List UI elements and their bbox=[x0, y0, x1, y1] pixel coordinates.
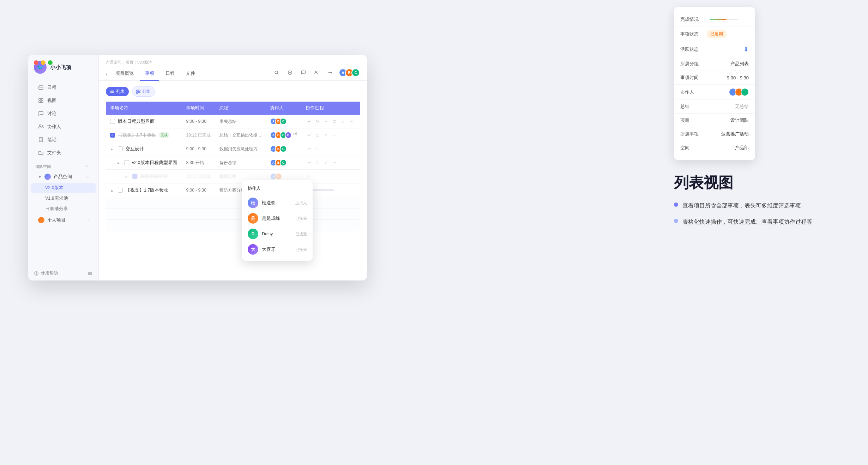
back-button[interactable]: ‹ bbox=[106, 71, 108, 77]
action-icon[interactable]: □ bbox=[314, 159, 321, 166]
row-actions: ↩ □ ☆ ⋯ bbox=[306, 132, 356, 139]
task-checkbox[interactable] bbox=[124, 160, 129, 165]
action-icon[interactable]: ⋯ bbox=[331, 159, 338, 166]
close-button[interactable] bbox=[34, 60, 38, 65]
action-icon[interactable]: ↩ bbox=[306, 159, 313, 166]
minimize-button[interactable] bbox=[41, 60, 46, 65]
action-icon[interactable]: ✓ bbox=[323, 159, 330, 166]
collab-popup-item: 是 是是成峰 已接受 bbox=[242, 211, 313, 226]
detail-label: 所属分组 bbox=[680, 61, 707, 67]
sidebar-item-collaborators[interactable]: 协作人 bbox=[31, 120, 96, 133]
expand-arrow[interactable]: ▲ bbox=[110, 147, 114, 151]
svg-point-8 bbox=[40, 125, 41, 127]
completion-fill bbox=[710, 19, 727, 20]
sidebar-item-label: 笔记 bbox=[47, 137, 56, 143]
table-row bbox=[106, 220, 360, 231]
completion-bar bbox=[710, 19, 738, 20]
action-icon[interactable]: ⋯ bbox=[348, 118, 355, 125]
collab-role: 已接受 bbox=[295, 216, 307, 221]
sidebar-item-discussion[interactable]: 讨论 bbox=[31, 107, 96, 120]
tab-schedule[interactable]: 日程 bbox=[161, 68, 180, 81]
svg-rect-29 bbox=[137, 90, 138, 91]
action-icon[interactable]: ⟳ bbox=[314, 118, 321, 125]
action-icon[interactable]: ↩ bbox=[306, 118, 313, 125]
sidebar-item-notes[interactable]: 笔记 bbox=[31, 133, 96, 146]
task-checkbox[interactable] bbox=[118, 188, 123, 193]
avatar bbox=[741, 88, 749, 96]
svg-line-18 bbox=[277, 73, 278, 74]
detail-row-group: 所属分组 产品列表 bbox=[674, 57, 755, 71]
task-time: 19:12 已完成 bbox=[186, 133, 210, 138]
sidebar-nav: 日程 视图 讨论 协作人 笔记 文件夹 bbox=[28, 78, 98, 266]
sidebar-item-view[interactable]: 视图 bbox=[31, 94, 96, 107]
task-summary: 预防方案分析 bbox=[219, 188, 245, 193]
sidebar-item-schedule[interactable]: 日程 bbox=[31, 81, 96, 94]
expand-arrow[interactable]: ▲ bbox=[110, 188, 114, 192]
detail-row-parent-task: 所属事项 运营推广活动 bbox=[674, 127, 755, 141]
row-avatars: A B bbox=[270, 173, 297, 180]
calendar-icon bbox=[38, 85, 44, 90]
sidebar-item-label: 协作人 bbox=[47, 123, 61, 130]
sidebar-item-v18[interactable]: V1.8需求池 bbox=[31, 193, 96, 204]
active-icon: ⬇ bbox=[743, 46, 749, 53]
action-icon[interactable]: ↩ bbox=[306, 132, 313, 139]
task-name: 版本日程典型界面 bbox=[118, 119, 155, 125]
folder-icon bbox=[38, 150, 44, 156]
action-icon[interactable]: □ bbox=[331, 118, 338, 125]
add-space-icon[interactable]: + bbox=[86, 164, 91, 169]
task-name: 【视觉】1.7版本验收 bbox=[126, 187, 168, 193]
sidebar-item-product-space[interactable]: ▼ 产品空间 › bbox=[31, 171, 96, 182]
svg-point-25 bbox=[331, 72, 332, 73]
task-checkbox[interactable] bbox=[118, 146, 123, 151]
menu-icon[interactable] bbox=[87, 271, 93, 276]
detail-value: 运营推广活动 bbox=[721, 131, 749, 137]
list-view-button[interactable]: 列表 bbox=[106, 87, 129, 96]
chevron-right-icon: › bbox=[88, 175, 89, 179]
tab-files[interactable]: 文件 bbox=[181, 68, 200, 81]
help-button[interactable]: 使用帮助 bbox=[34, 270, 58, 276]
sidebar-item-daily[interactable]: 日事清分享 bbox=[31, 204, 96, 214]
sidebar-item-label: 讨论 bbox=[47, 110, 56, 117]
svg-rect-30 bbox=[138, 90, 140, 91]
comment-button[interactable] bbox=[299, 68, 308, 78]
action-icon[interactable]: → bbox=[323, 118, 330, 125]
group-view-button[interactable]: 分组 bbox=[132, 86, 155, 97]
tab-tasks[interactable]: 事项 bbox=[140, 68, 159, 81]
task-time: 9:00 - 9:30 bbox=[186, 188, 206, 193]
list-icon bbox=[110, 90, 114, 94]
header-avatars: A B C bbox=[339, 68, 360, 77]
team-space-section: 团队空间 + bbox=[28, 159, 98, 171]
svg-point-13 bbox=[36, 274, 37, 274]
sidebar-header: 🐦 小小飞项 bbox=[28, 55, 98, 78]
sidebar-item-folder[interactable]: 文件夹 bbox=[31, 146, 96, 159]
action-icon[interactable]: □ bbox=[314, 132, 321, 139]
fullscreen-button[interactable] bbox=[48, 60, 53, 65]
traffic-lights bbox=[34, 60, 53, 65]
expand-arrow[interactable]: ▲ bbox=[116, 161, 120, 165]
task-summary: 数据消失应急处理方... bbox=[219, 146, 261, 151]
task-checkbox[interactable] bbox=[110, 119, 115, 124]
action-icon[interactable]: ↩ bbox=[306, 145, 313, 152]
bullet-icon bbox=[674, 219, 678, 223]
sidebar-item-v2[interactable]: V2.0版本 bbox=[31, 183, 96, 193]
task-checkbox: ✓ bbox=[132, 174, 137, 179]
add-button[interactable] bbox=[285, 68, 295, 78]
table-row: 版本日程典型界面 9:00 - 9:30 事项总结 A B C bbox=[106, 115, 360, 128]
more-button[interactable] bbox=[325, 68, 335, 78]
tab-overview[interactable]: 项目概览 bbox=[110, 68, 139, 81]
action-icon[interactable]: ☆ bbox=[339, 118, 346, 125]
action-icon[interactable]: ☆ bbox=[323, 132, 330, 139]
collab-avatar: D bbox=[248, 229, 258, 239]
people-button[interactable] bbox=[312, 68, 322, 78]
search-button[interactable] bbox=[272, 68, 282, 78]
expand-arrow: ▶ bbox=[125, 175, 128, 179]
action-icon[interactable]: □ bbox=[314, 145, 321, 152]
task-name-cell: ✓ 【视觉】1.7本验收 完成 bbox=[110, 132, 177, 138]
task-checkbox[interactable]: ✓ bbox=[110, 133, 115, 138]
svg-rect-4 bbox=[39, 98, 41, 100]
sidebar-item-personal-space[interactable]: 个人项目 › bbox=[31, 215, 96, 226]
task-name-cell: ▲ 【视觉】1.7版本验收 bbox=[110, 187, 177, 193]
action-icon[interactable]: ⋯ bbox=[331, 132, 338, 139]
collab-avatar: 松 bbox=[248, 198, 258, 208]
info-title: 列表视图 bbox=[674, 173, 850, 193]
